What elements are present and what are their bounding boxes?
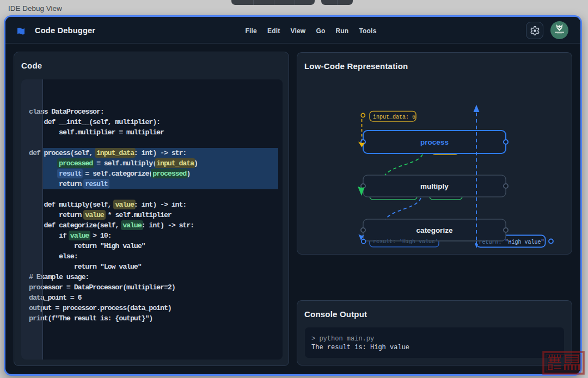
svg-text:return: "High value": return: "High value" <box>479 239 544 245</box>
svg-text:result: 'High value': result: 'High value' <box>373 239 438 245</box>
svg-text:process: process <box>420 138 449 146</box>
svg-text:multiply: multiply <box>420 182 449 190</box>
svg-text:categorize: categorize <box>416 226 453 234</box>
svg-text:input_data: 6: input_data: 6 <box>373 114 415 120</box>
